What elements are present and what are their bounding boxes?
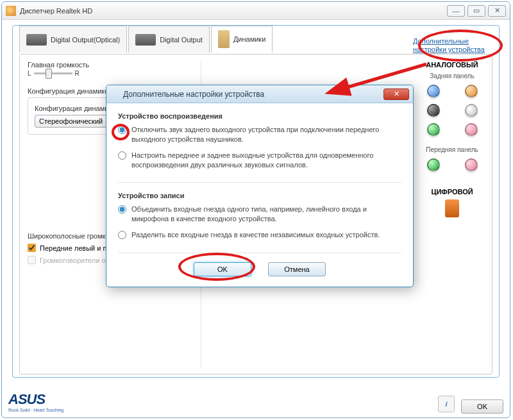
- record-option-label: Объединить входные гнезда одного типа, н…: [131, 205, 401, 224]
- jack-panel: АНАЛОГОВЫЙ Задняя панель Передняя панель: [420, 61, 484, 221]
- speaker-icon: [110, 90, 119, 99]
- dialog-cancel-button[interactable]: Отмена: [268, 262, 326, 276]
- analog-title: АНАЛОГОВЫЙ: [420, 61, 484, 69]
- jack-side[interactable]: [465, 104, 478, 117]
- record-title: Устройство записи: [118, 192, 401, 199]
- digital-out-icon[interactable]: [445, 199, 459, 217]
- device-icon: [135, 34, 156, 46]
- advanced-settings-link[interactable]: Дополнительные настройки устройства: [413, 37, 485, 53]
- advanced-settings-dialog: Дополнительные настройки устройства ✕ Ус…: [106, 85, 414, 287]
- close-button[interactable]: ✕: [488, 5, 506, 17]
- front-panel-label: Передняя панель: [420, 146, 484, 153]
- jack-front-hp[interactable]: [427, 158, 440, 171]
- record-radio-2[interactable]: [118, 231, 126, 239]
- dialog-body: Устройство воспроизведения Отключить зву…: [106, 103, 413, 287]
- wideband-front-checkbox[interactable]: [28, 244, 36, 252]
- record-option-split[interactable]: Разделить все входные гнезда в качестве …: [118, 230, 401, 240]
- record-option-merge[interactable]: Объединить входные гнезда одного типа, н…: [118, 205, 401, 224]
- svg-line-0: [343, 64, 426, 88]
- asus-logo: ASUS Rock Solid · Heart Touching: [8, 391, 63, 412]
- back-jack-grid: [420, 85, 484, 136]
- playback-radio-1[interactable]: [118, 126, 126, 134]
- advanced-settings-link-wrap: Дополнительные настройки устройства: [413, 37, 496, 54]
- balance-right-label: R: [75, 70, 80, 77]
- playback-radio-2[interactable]: [118, 151, 126, 160]
- digital-title: ЦИФРОВОЙ: [420, 188, 484, 196]
- speakers-icon: [218, 30, 230, 48]
- tab-digital-output[interactable]: Digital Output: [128, 26, 210, 53]
- record-radio-1[interactable]: [118, 205, 126, 214]
- jack-center[interactable]: [465, 85, 478, 97]
- balance-left-label: L: [28, 70, 31, 77]
- playback-title: Устройство воспроизведения: [118, 112, 401, 120]
- asus-tagline: Rock Solid · Heart Touching: [8, 408, 63, 412]
- dialog-buttons: OK Отмена: [118, 262, 401, 276]
- jack-mic[interactable]: [465, 123, 478, 136]
- speaker-config-combo[interactable]: Стереофонический: [35, 115, 107, 128]
- annotation-arrow: [340, 63, 423, 85]
- jack-front-mic[interactable]: [465, 158, 478, 171]
- playback-option-label: Настроить переднее и заднее выходные уст…: [131, 151, 401, 170]
- speaker-icon: [6, 6, 16, 16]
- playback-group: Устройство воспроизведения Отключить зву…: [118, 112, 401, 183]
- playback-option-mute-rear[interactable]: Отключить звук заднего выходного устройс…: [118, 125, 401, 144]
- tab-speakers[interactable]: Динамики: [211, 26, 273, 53]
- info-button[interactable]: i: [438, 396, 455, 412]
- maximize-button[interactable]: ▭: [467, 5, 485, 17]
- window-title: Диспетчер Realtek HD: [20, 7, 447, 15]
- master-volume-group: Главная громкость L R: [28, 61, 193, 77]
- asus-brand: ASUS: [8, 391, 63, 408]
- dialog-ok-button[interactable]: OK: [194, 262, 251, 276]
- jack-front-out[interactable]: [427, 123, 440, 136]
- main-ok-button[interactable]: OK: [461, 399, 503, 414]
- balance-slider[interactable]: [34, 72, 72, 74]
- playback-option-dual-stream[interactable]: Настроить переднее и заднее выходные уст…: [118, 151, 401, 170]
- tab-label: Digital Output: [160, 36, 203, 44]
- tab-label: Digital Output(Optical): [51, 36, 120, 44]
- slider-thumb[interactable]: [46, 69, 52, 79]
- minimize-button[interactable]: —: [447, 5, 465, 17]
- record-group: Устройство записи Объединить входные гне…: [118, 192, 401, 253]
- wideband-surround-checkbox: [28, 256, 36, 264]
- titlebar[interactable]: Диспетчер Realtek HD — ▭ ✕: [2, 2, 510, 20]
- tab-label: Динамики: [233, 35, 265, 43]
- front-jack-grid: [420, 158, 484, 171]
- footer: ASUS Rock Solid · Heart Touching i OK: [2, 389, 510, 415]
- playback-option-label: Отключить звук заднего выходного устройс…: [131, 125, 401, 144]
- back-panel-label: Задняя панель: [420, 72, 484, 80]
- record-option-label: Разделить все входные гнезда в качестве …: [131, 230, 380, 240]
- device-icon: [26, 34, 47, 46]
- jack-rear[interactable]: [427, 104, 440, 117]
- volume-label: Главная громкость: [28, 61, 193, 69]
- tab-digital-optical[interactable]: Digital Output(Optical): [19, 26, 127, 53]
